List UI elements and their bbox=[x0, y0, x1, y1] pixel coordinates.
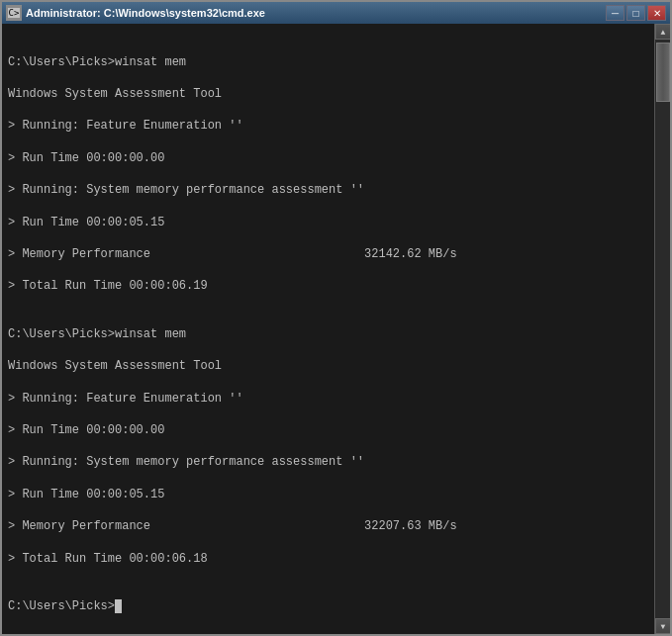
scrollbar[interactable]: ▲ ▼ bbox=[654, 24, 670, 634]
console-line: > Run Time 00:00:00.00 bbox=[8, 150, 648, 166]
console-line: > Run Time 00:00:05.15 bbox=[8, 487, 648, 502]
cmd-window: C> Administrator: C:\Windows\system32\cm… bbox=[0, 0, 672, 636]
console-line: > Running: Feature Enumeration '' bbox=[8, 118, 648, 134]
close-button[interactable]: ✕ bbox=[647, 5, 666, 21]
console-prompt: C:\Users\Picks>winsat mem bbox=[8, 326, 648, 342]
cursor-line: C:\Users\Picks> bbox=[8, 598, 648, 614]
console-line: > Memory Performance 32142.62 MB/s bbox=[8, 246, 648, 262]
scroll-track[interactable] bbox=[655, 40, 670, 618]
console-output[interactable]: Microsoft Windows [Version 6.1.7601] Cop… bbox=[2, 24, 654, 634]
app-icon: C> bbox=[6, 5, 22, 21]
console-line: > Run Time 00:00:00.00 bbox=[8, 422, 648, 438]
console-line: > Total Run Time 00:00:06.19 bbox=[8, 278, 648, 294]
window-controls: ─ □ ✕ bbox=[606, 5, 666, 21]
scroll-thumb[interactable] bbox=[656, 43, 670, 102]
minimize-button[interactable]: ─ bbox=[606, 5, 624, 21]
console-prompt: C:\Users\Picks>winsat mem bbox=[8, 54, 648, 70]
console-line: Windows System Assessment Tool bbox=[8, 358, 648, 374]
console-line: > Run Time 00:00:05.15 bbox=[8, 215, 648, 230]
console-line: > Memory Performance 32207.63 MB/s bbox=[8, 518, 648, 534]
maximize-button[interactable]: □ bbox=[626, 5, 645, 21]
title-bar: C> Administrator: C:\Windows\system32\cm… bbox=[2, 2, 670, 24]
console-line: > Running: System memory performance ass… bbox=[8, 454, 648, 470]
console-line: > Total Run Time 00:00:06.18 bbox=[8, 551, 648, 567]
window-title: Administrator: C:\Windows\system32\cmd.e… bbox=[26, 7, 265, 19]
title-bar-left: C> Administrator: C:\Windows\system32\cm… bbox=[6, 5, 265, 21]
console-line: > Running: Feature Enumeration '' bbox=[8, 391, 648, 407]
console-line: > Running: System memory performance ass… bbox=[8, 182, 648, 198]
scroll-up-button[interactable]: ▲ bbox=[655, 24, 670, 40]
window-body: Microsoft Windows [Version 6.1.7601] Cop… bbox=[2, 24, 670, 634]
scroll-down-button[interactable]: ▼ bbox=[655, 618, 670, 634]
console-line: Windows System Assessment Tool bbox=[8, 86, 648, 102]
